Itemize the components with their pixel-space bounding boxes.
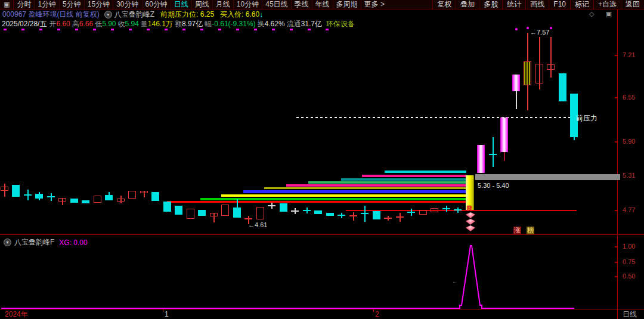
main-chart-canvas[interactable]: 7.216.555.905.314.771.000.750.50←7.57←4.… bbox=[0, 0, 644, 319]
candle-body bbox=[117, 199, 125, 202]
axis-tick bbox=[615, 262, 618, 263]
doji-cross bbox=[303, 210, 311, 211]
axis-label-0.50: 0.50 bbox=[623, 273, 635, 280]
badge-涨: 涨 bbox=[513, 227, 521, 234]
axis-label-5.31: 5.31 bbox=[623, 172, 635, 179]
target-dotted-line bbox=[4, 29, 335, 30]
fan-bar-9 bbox=[200, 198, 466, 200]
candle-body bbox=[1, 187, 8, 191]
candle-body bbox=[221, 205, 229, 216]
doji-cross bbox=[349, 215, 357, 216]
xaxis-tick bbox=[373, 309, 374, 312]
candle-body bbox=[198, 210, 206, 216]
candle-body bbox=[58, 198, 66, 202]
doji-cross bbox=[407, 212, 415, 213]
candle-body bbox=[500, 117, 508, 152]
xaxis-month-label: 1 bbox=[165, 311, 169, 318]
candle-body bbox=[140, 191, 148, 193]
fan-bar-10 bbox=[167, 201, 466, 203]
fan-bar-6 bbox=[264, 187, 466, 189]
xg-signal-value: XG: 0.00 bbox=[59, 239, 87, 247]
candle-body bbox=[35, 194, 43, 199]
doji-cross bbox=[493, 137, 494, 167]
axis-tick bbox=[615, 97, 618, 98]
axis-tick bbox=[615, 210, 618, 211]
signal-dot bbox=[550, 27, 552, 29]
doji-cross bbox=[454, 209, 462, 210]
candle-body bbox=[419, 210, 427, 215]
buy-point-marker: R bbox=[467, 205, 472, 213]
sub-indicator-name[interactable]: 八宝叠韵峰F bbox=[14, 237, 54, 247]
peak-price-label: ←7.57 bbox=[530, 29, 549, 36]
fan-bar-8 bbox=[221, 194, 466, 197]
axis-label-0.75: 0.75 bbox=[623, 259, 635, 265]
signal-dot bbox=[527, 27, 529, 29]
badge-榜: 榜 bbox=[527, 227, 534, 234]
diamond-marker bbox=[466, 212, 475, 218]
sub-indicator-line bbox=[0, 0, 644, 319]
doji-cross bbox=[47, 196, 55, 197]
signal-dot bbox=[515, 28, 518, 30]
axis-tick bbox=[615, 276, 618, 277]
candle-body bbox=[326, 213, 334, 216]
fan-bar-2 bbox=[362, 175, 466, 177]
diamond-marker bbox=[466, 225, 475, 231]
axis-label-7.21: 7.21 bbox=[623, 52, 635, 58]
doji-cross bbox=[291, 210, 299, 212]
candle-body bbox=[12, 185, 20, 197]
doji-cross bbox=[24, 194, 32, 196]
candle-body bbox=[94, 196, 101, 203]
chevron-down-circle-icon[interactable]: ▾ bbox=[4, 239, 11, 246]
candle-body bbox=[431, 208, 438, 212]
candle-body bbox=[256, 207, 264, 219]
candle-body bbox=[233, 207, 241, 218]
candle-body bbox=[151, 192, 159, 201]
doji-cross bbox=[353, 212, 354, 221]
candle-body bbox=[187, 209, 194, 219]
doji-cross bbox=[384, 218, 392, 219]
candle-body bbox=[314, 210, 322, 214]
trading-app-window: ▣ 分时1分钟5分钟15分钟30分钟60分钟日线周线月线10分钟45日线季线年线… bbox=[0, 0, 644, 319]
axis-tick bbox=[615, 246, 618, 247]
doji-cross bbox=[244, 218, 252, 219]
xaxis-month-label: 2 bbox=[375, 311, 379, 318]
xaxis-year-label: 2024年 bbox=[5, 311, 28, 318]
doji-cross bbox=[489, 154, 497, 155]
doji-cross bbox=[361, 213, 369, 214]
candle-body bbox=[128, 191, 136, 199]
axis-label-1.00: 1.00 bbox=[623, 243, 635, 250]
frame-panel-separator bbox=[0, 234, 644, 235]
doji-cross bbox=[338, 215, 345, 216]
candle-body bbox=[512, 75, 520, 91]
axis-label-6.55: 6.55 bbox=[623, 94, 635, 101]
pressure-dashed-line bbox=[296, 117, 574, 118]
pressure-label: 前压力 bbox=[576, 113, 597, 123]
candle-body bbox=[210, 213, 218, 216]
axis-label-5.90: 5.90 bbox=[623, 138, 635, 145]
axis-label-4.77: 4.77 bbox=[623, 207, 635, 213]
fan-bar-3 bbox=[341, 178, 466, 181]
candle-body bbox=[524, 61, 531, 85]
candle-body bbox=[535, 64, 543, 83]
fan-bar-4 bbox=[308, 181, 466, 184]
candle-wick bbox=[550, 37, 552, 78]
axis-tick bbox=[615, 55, 618, 56]
candle-body bbox=[477, 145, 485, 173]
doji-cross bbox=[396, 216, 404, 218]
low-price-label: ←4.61 bbox=[248, 221, 267, 228]
fan-bar-5 bbox=[286, 184, 466, 187]
candle-body bbox=[547, 64, 555, 70]
candle-body bbox=[559, 73, 566, 101]
doji-cross bbox=[442, 208, 450, 209]
fan-bar-7 bbox=[243, 190, 466, 193]
frame-subpanel-bottom bbox=[0, 309, 644, 309]
sub-cursor-mark: ← bbox=[452, 278, 458, 284]
candle-body bbox=[373, 211, 380, 219]
doji-cross bbox=[268, 205, 275, 206]
candle-body bbox=[280, 203, 287, 212]
consolidation-band bbox=[475, 174, 620, 180]
xaxis-tick bbox=[163, 309, 163, 312]
fan-bar-1 bbox=[385, 171, 466, 173]
candle-body bbox=[163, 202, 171, 212]
sub-indicator-header: ▾ 八宝叠韵峰F XG: 0.00 bbox=[4, 237, 88, 247]
